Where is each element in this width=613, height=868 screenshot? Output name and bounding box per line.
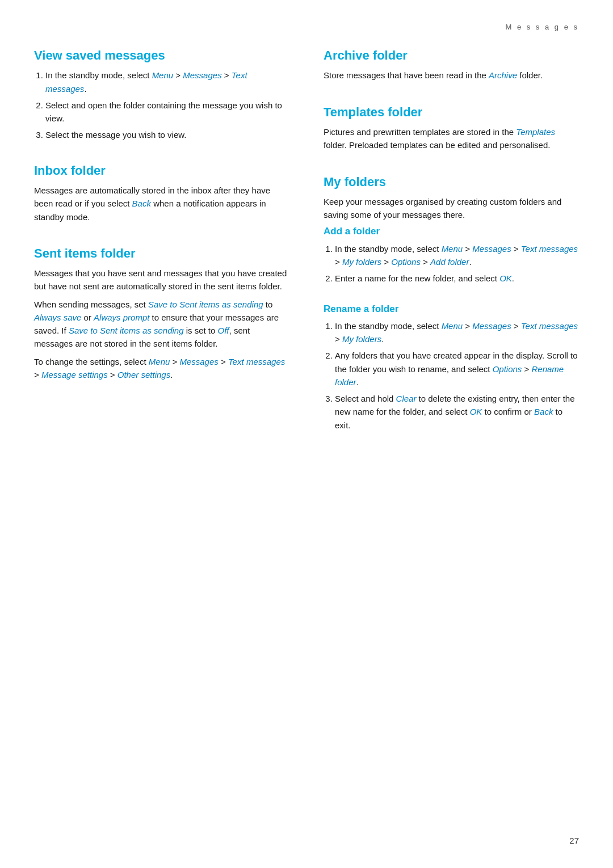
inline-text: > [421,257,430,267]
inline-link: Always save [34,313,81,322]
inline-text: > [511,244,521,254]
inline-text: . [356,377,359,387]
inline-text: to [263,300,273,309]
inline-text: . [170,370,173,380]
paragraph: Messages that you have sent and messages… [34,267,289,293]
list-item: In the standby mode, select Menu > Messa… [45,69,289,95]
inline-link: Back [132,199,151,208]
section-templates-folder: Templates folderPictures and prewritten … [324,105,579,157]
inline-text: folder. Preloaded templates can be edite… [324,140,550,150]
inline-text: > [381,257,391,267]
list-item: Select and hold Clear to delete the exis… [335,392,579,432]
chapter-title: M e s s a g e s [505,23,579,31]
section-list-view-saved: In the standby mode, select Menu > Messa… [34,69,289,141]
intro-paragraph: Keep your messages organised by creating… [324,195,579,222]
paragraph: To change the settings, select Menu > Me… [34,355,289,382]
section-heading-archive-folder: Archive folder [324,48,579,63]
inline-link: Text messages [521,321,578,331]
inline-link: Other settings [117,370,170,380]
subsection-add-folder: Add a folderIn the standby mode, select … [324,226,579,285]
inline-text: to confirm or [482,407,534,416]
inline-text: > [170,357,179,366]
inline-link: OK [470,407,482,416]
inline-link: Save to Sent items as sending [148,300,263,309]
inline-text: > [34,370,41,380]
inline-text: > [511,321,521,331]
inline-text: Store messages that have been read in th… [324,70,489,80]
right-column: Archive folderStore messages that have b… [324,48,579,468]
inline-link: Message settings [41,370,108,380]
inline-link: Back [534,407,553,416]
inline-text: Pictures and prewritten templates are st… [324,127,516,137]
section-heading-sent-items: Sent items folder [34,246,289,261]
inline-link: Off [218,326,229,335]
subsection-heading-add-folder: Add a folder [324,226,579,237]
inline-text: > [108,370,117,380]
page-number: 27 [569,836,579,845]
inline-text: . [381,334,384,344]
section-heading-inbox-folder: Inbox folder [34,163,289,178]
section-inbox-folder: Inbox folderMessages are automatically s… [34,163,289,228]
inline-text: . [84,84,86,94]
inline-link: My folders [342,257,381,267]
inline-text: > [522,364,531,374]
inline-link: OK [499,273,512,283]
inline-text: > [219,357,228,366]
inline-text: In the standby mode, select [45,70,152,80]
section-heading-my-folders: My folders [324,175,579,189]
list-item: Select and open the folder containing th… [45,99,289,125]
section-view-saved: View saved messagesIn the standby mode, … [34,48,289,145]
inline-text: In the standby mode, select [335,321,442,331]
inline-link: My folders [342,334,381,344]
subsection-rename-folder: Rename a folderIn the standby mode, sele… [324,304,579,432]
subsection-list-rename-folder: In the standby mode, select Menu > Messa… [324,319,579,432]
paragraph: Pictures and prewritten templates are st… [324,125,579,152]
paragraph: Messages are automatically stored in the… [34,184,289,224]
list-item: Enter a name for the new folder, and sel… [335,272,579,285]
inline-text: Select and open the folder containing th… [45,100,282,123]
section-heading-templates-folder: Templates folder [324,105,579,120]
inline-text: Messages that you have sent and messages… [34,268,287,291]
section-sent-items: Sent items folderMessages that you have … [34,246,289,386]
list-item: Any folders that you have created appear… [335,349,579,389]
inline-link: Text messages [228,357,285,366]
inline-link: Add folder [430,257,469,267]
section-my-folders: My foldersKeep your messages organised b… [324,175,579,450]
inline-text: > [173,70,183,80]
subsection-list-add-folder: In the standby mode, select Menu > Messa… [324,242,579,285]
list-item: In the standby mode, select Menu > Messa… [335,319,579,346]
inline-link: Always prompt [94,313,149,322]
paragraph: When sending messages, set Save to Sent … [34,298,289,351]
inline-link: Options [391,257,421,267]
page-header: M e s s a g e s [34,23,579,31]
inline-text: > [335,257,342,267]
section-archive-folder: Archive folderStore messages that have b… [324,48,579,87]
inline-link: Templates [516,127,555,137]
inline-text: Keep your messages organised by creating… [324,197,561,220]
inline-link: Menu [442,321,463,331]
inline-link: Messages [472,244,511,254]
inline-link: Messages [183,70,221,80]
inline-link: Text messages [521,244,578,254]
inline-link: Menu [149,357,170,366]
inline-link: Messages [179,357,218,366]
list-item: Select the message you wish to view. [45,128,289,141]
inline-text: Select the message you wish to view. [45,130,186,140]
inline-link: Menu [442,244,463,254]
inline-text: . [512,273,514,283]
inline-link: Messages [472,321,511,331]
subsection-heading-rename-folder: Rename a folder [324,304,579,315]
paragraph: Store messages that have been read in th… [324,69,579,82]
inline-text: > [335,334,342,344]
inline-text: folder. [517,70,543,80]
inline-text: > [222,70,232,80]
inline-text: . [469,257,471,267]
inline-link: Clear [396,394,417,403]
inline-text: Select and hold [335,394,396,403]
section-heading-view-saved: View saved messages [34,48,289,63]
inline-link: Archive [489,70,517,80]
inline-text: > [463,321,472,331]
inline-link: Save to Sent items as sending [69,326,184,335]
inline-text: or [81,313,94,322]
inline-text: To change the settings, select [34,357,149,366]
